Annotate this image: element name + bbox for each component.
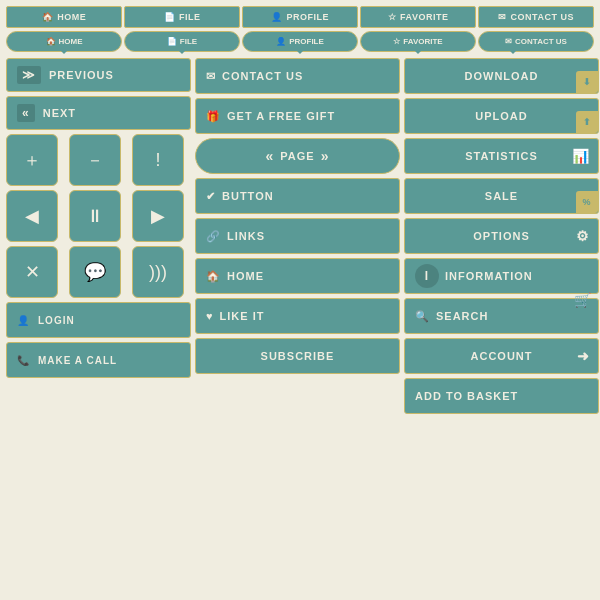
login-button[interactable]: 👤 LOGIN [6, 302, 191, 338]
subscribe-button[interactable]: SUBSCRIBE [195, 338, 400, 374]
rss-icon: ))) [149, 262, 167, 283]
upload-button[interactable]: UPLOAD ⬆ [404, 98, 599, 134]
main-grid: ≫ PREVIOUS « NEXT ＋ － ! ◀ ⏸ [6, 58, 594, 414]
column-2: ✉ CONTACT US 🎁 GET A FREE GIFT « PAGE » … [195, 58, 400, 414]
sale-label: SALE [485, 190, 518, 202]
download-arrow-icon: ⬇ [576, 71, 598, 93]
percent-icon: % [576, 191, 598, 213]
nav-file-label: FILE [179, 12, 201, 22]
nav-home-label: HOME [57, 12, 86, 22]
options-label: OPTIONS [473, 230, 530, 242]
home-button[interactable]: 🏠 HOME [195, 258, 400, 294]
double-arrow-left-icon: ≫ [17, 66, 41, 84]
contact-us-button[interactable]: ✉ CONTACT US [195, 58, 400, 94]
gear-icon: ⚙ [576, 228, 590, 244]
next-label: NEXT [43, 107, 76, 119]
search-icon: 🔍 [415, 310, 430, 323]
links-button[interactable]: 🔗 LINKS [195, 218, 400, 254]
options-button[interactable]: OPTIONS ⚙ [404, 218, 599, 254]
home-icon: 🏠 [42, 12, 54, 22]
heart-icon: ♥ [206, 310, 214, 322]
download-button[interactable]: DOWNLOAD ⬇ [404, 58, 599, 94]
bubble-file[interactable]: 📄 FILE [124, 31, 240, 52]
search-label: SEARCH [436, 310, 488, 322]
home-icon-2: 🏠 [46, 37, 56, 46]
make-call-button[interactable]: 📞 MAKE A CALL [6, 342, 191, 378]
upload-label: UPLOAD [475, 110, 527, 122]
bubble-home[interactable]: 🏠 HOME [6, 31, 122, 52]
free-gift-button[interactable]: 🎁 GET A FREE GIFT [195, 98, 400, 134]
download-label: DOWNLOAD [465, 70, 539, 82]
x-icon: ✕ [25, 261, 40, 283]
add-button[interactable]: ＋ [6, 134, 58, 186]
bubble-profile-label: PROFILE [289, 37, 324, 46]
previous-label: PREVIOUS [49, 69, 114, 81]
star-icon-2: ☆ [393, 37, 400, 46]
statistics-button[interactable]: STATISTICS 📊 [404, 138, 599, 174]
subscribe-label: SUBSCRIBE [261, 350, 335, 362]
mail-icon-3: ✉ [206, 70, 216, 83]
add-to-basket-button[interactable]: ADD TO BASKET 🛒 [404, 378, 599, 414]
column-1: ≫ PREVIOUS « NEXT ＋ － ! ◀ ⏸ [6, 58, 191, 414]
double-arrow-left-2-icon: « [17, 104, 35, 122]
nav-contact-us[interactable]: ✉ CONTACT US [478, 6, 594, 28]
back-button[interactable]: ◀ [6, 190, 58, 242]
nav-favorite[interactable]: ☆ FAVORITE [360, 6, 476, 28]
nav-file[interactable]: 📄 FILE [124, 6, 240, 28]
pause-button[interactable]: ⏸ [69, 190, 121, 242]
add-to-basket-label: ADD TO BASKET [415, 390, 518, 402]
nav-profile-label: PROFILE [286, 12, 329, 22]
minus-button[interactable]: － [69, 134, 121, 186]
right-arrow-icon: ▶ [151, 205, 165, 227]
alert-button[interactable]: ! [132, 134, 184, 186]
previous-button[interactable]: ≫ PREVIOUS [6, 58, 191, 92]
nav-home[interactable]: 🏠 HOME [6, 6, 122, 28]
statistics-label: STATISTICS [465, 150, 538, 162]
nav-profile[interactable]: 👤 PROFILE [242, 6, 358, 28]
page-nav-button[interactable]: « PAGE » [195, 138, 400, 174]
generic-button[interactable]: ✔ BUTTON [195, 178, 400, 214]
profile-icon-2: 👤 [276, 37, 286, 46]
page-label: PAGE [280, 150, 314, 162]
bubble-favorite[interactable]: ☆ FAVORITE [360, 31, 476, 52]
contact-us-label: CONTACT US [222, 70, 303, 82]
file-icon: 📄 [164, 12, 176, 22]
next-button[interactable]: « NEXT [6, 96, 191, 130]
left-arrow-icon: ◀ [25, 205, 39, 227]
close-button[interactable]: ✕ [6, 246, 58, 298]
links-label: LINKS [227, 230, 265, 242]
bubble-contact[interactable]: ✉ CONTACT US [478, 31, 594, 52]
bubble-contact-label: CONTACT US [515, 37, 567, 46]
bubble-favorite-label: FAVORITE [403, 37, 442, 46]
cart-icon: 🛒 [574, 292, 592, 308]
bubble-profile[interactable]: 👤 PROFILE [242, 31, 358, 52]
information-button[interactable]: i INFORMATION [404, 258, 599, 294]
sale-button[interactable]: SALE % [404, 178, 599, 214]
nav-contact-label: CONTACT US [511, 12, 574, 22]
button-label: BUTTON [222, 190, 274, 202]
account-button[interactable]: ACCOUNT ➜ [404, 338, 599, 374]
star-icon: ☆ [388, 12, 397, 22]
page-left-icon: « [266, 148, 275, 164]
plus-icon: ＋ [23, 148, 41, 172]
minus-icon: － [86, 148, 104, 172]
pause-icon: ⏸ [86, 206, 104, 227]
search-button[interactable]: 🔍 SEARCH [404, 298, 599, 334]
nav-row-2: 🏠 HOME 📄 FILE 👤 PROFILE ☆ FAVORITE ✉ CON… [6, 31, 594, 52]
home-label: HOME [227, 270, 264, 282]
mail-icon: ✉ [498, 12, 507, 22]
profile-icon: 👤 [271, 12, 283, 22]
chat-button[interactable]: 💬 [69, 246, 121, 298]
rss-button[interactable]: ))) [132, 246, 184, 298]
icon-grid: ＋ － ! ◀ ⏸ ▶ ✕ 💬 ))) [6, 134, 191, 298]
forward-button[interactable]: ▶ [132, 190, 184, 242]
bubble-file-label: FILE [180, 37, 197, 46]
nav-row-1: 🏠 HOME 📄 FILE 👤 PROFILE ☆ FAVORITE ✉ CON… [6, 6, 594, 28]
chat-icon: 💬 [84, 261, 106, 283]
gift-icon: 🎁 [206, 110, 221, 123]
arrow-right-icon: ➜ [577, 348, 590, 364]
home-icon-3: 🏠 [206, 270, 221, 283]
phone-icon: 📞 [17, 355, 30, 366]
bubble-home-label: HOME [59, 37, 83, 46]
like-it-button[interactable]: ♥ LIKE IT [195, 298, 400, 334]
